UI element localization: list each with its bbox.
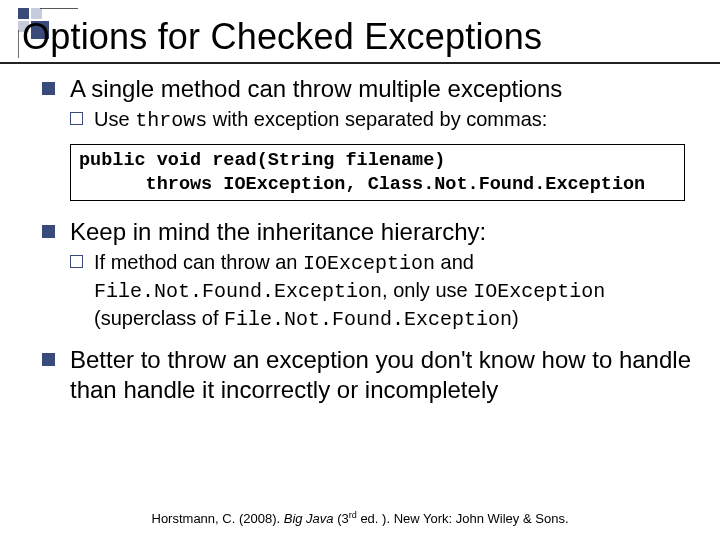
inline-code: throws [135, 109, 207, 132]
sub-text: (superclass of [94, 307, 224, 329]
slide-title: Options for Checked Exceptions [22, 16, 692, 58]
bullet-text: Better to throw an exception you don't k… [70, 346, 691, 403]
bullet-item: Better to throw an exception you don't k… [42, 345, 692, 405]
bullet-list: Keep in mind the inheritance hierarchy: … [42, 217, 692, 405]
inline-code: File.Not.Found.Exception [224, 308, 512, 331]
code-block: public void read(String filename) throws… [70, 144, 685, 201]
sub-text: , only use [382, 279, 473, 301]
sub-text: Use [94, 108, 135, 130]
sub-text: and [435, 251, 474, 273]
sub-text: If method can throw an [94, 251, 303, 273]
inline-code: IOException [303, 252, 435, 275]
sub-bullet-item: If method can throw an IOException and F… [70, 249, 692, 333]
citation-text: (3 [334, 511, 349, 526]
citation-title: Big Java [284, 511, 334, 526]
title-underline [0, 62, 720, 64]
sub-text: ) [512, 307, 519, 329]
sub-bullet-item: Use throws with exception separated by c… [70, 106, 692, 134]
bullet-list: A single method can throw multiple excep… [42, 74, 692, 134]
inline-code: File.Not.Found.Exception [94, 280, 382, 303]
inline-code: IOException [473, 280, 605, 303]
bullet-text: Keep in mind the inheritance hierarchy: [70, 218, 486, 245]
bullet-item: A single method can throw multiple excep… [42, 74, 692, 134]
citation-text: ed. ). New York: John Wiley & Sons. [357, 511, 569, 526]
bullet-text: A single method can throw multiple excep… [70, 75, 562, 102]
sub-text: with exception separated by commas: [207, 108, 547, 130]
bullet-item: Keep in mind the inheritance hierarchy: … [42, 217, 692, 333]
citation-footer: Horstmann, C. (2008). Big Java (3rd ed. … [0, 510, 720, 526]
citation-author: Horstmann, C. (2008). [152, 511, 284, 526]
citation-sup: rd [349, 510, 357, 520]
